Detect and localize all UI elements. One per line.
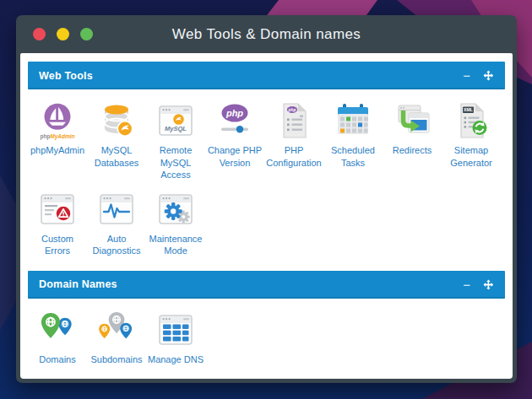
tool-remote-mysql-access[interactable]: MySQL Remote MySQL Access [146, 100, 205, 181]
maintenance-mode-icon [155, 188, 197, 230]
domain-names-row: Domains [28, 299, 505, 368]
app-window: Web Tools & Domain names Web Tools − [16, 15, 517, 383]
tool-label: Scheduled Tasks [324, 144, 382, 169]
php-configuration-icon: php [273, 100, 315, 142]
tool-label: PHP Configuration [265, 144, 323, 169]
sitemap-generator-icon: XML [450, 100, 492, 142]
section-web-tools: Web Tools − [28, 62, 505, 259]
tool-label: Redirects [393, 144, 432, 157]
section-title: Web Tools [39, 70, 93, 82]
tool-label: Custom Errors [29, 233, 86, 257]
auto-diagnostics-icon [95, 188, 138, 230]
tool-label: Remote MySQL Access [147, 144, 204, 181]
traffic-lights [33, 15, 93, 53]
subdomains-icon [95, 309, 138, 351]
tool-label: Auto Diagnostics [88, 233, 145, 257]
window-titlebar: Web Tools & Domain names [16, 15, 517, 53]
minimize-button[interactable] [57, 28, 69, 40]
domains-icon [36, 309, 79, 351]
web-tools-row-1: phpMyAdmin phpMyAdmin [28, 89, 505, 183]
svg-text:php: php [225, 108, 243, 118]
move-icon[interactable] [483, 70, 494, 81]
svg-text:XML: XML [464, 107, 474, 112]
tool-label: Subdomains [90, 353, 142, 366]
phpmyadmin-icon: phpMyAdmin [36, 100, 79, 142]
web-tools-row-2: Custom Errors Auto Diagnostics [28, 183, 505, 259]
tool-label: Maintenance Mode [147, 233, 204, 257]
scheduled-tasks-icon [332, 100, 374, 142]
tool-maintenance-mode[interactable]: Maintenance Mode [146, 188, 205, 257]
redirects-icon [391, 100, 433, 142]
tool-mysql-databases[interactable]: MySQL Databases [87, 100, 146, 181]
tool-label: phpMyAdmin [30, 144, 84, 157]
remote-mysql-access-icon: MySQL [155, 100, 197, 142]
zoom-button[interactable] [80, 28, 93, 40]
tool-manage-dns[interactable]: Manage DNS [146, 309, 205, 366]
svg-text:php: php [288, 108, 296, 112]
tool-custom-errors[interactable]: Custom Errors [28, 188, 87, 257]
collapse-icon[interactable]: − [463, 278, 470, 291]
tool-label: Manage DNS [148, 353, 204, 366]
tool-change-php-version[interactable]: php Change PHP Version [205, 100, 264, 181]
section-domain-names: Domain Names − [28, 271, 505, 368]
tool-auto-diagnostics[interactable]: Auto Diagnostics [87, 188, 146, 257]
tool-phpmyadmin[interactable]: phpMyAdmin phpMyAdmin [28, 100, 87, 181]
change-php-version-icon: php [214, 100, 256, 142]
domain-names-header: Domain Names − [28, 271, 505, 299]
tool-label: Domains [39, 353, 75, 366]
tool-label: Sitemap Generator [442, 144, 500, 169]
custom-errors-icon [36, 188, 79, 230]
section-title: Domain Names [39, 278, 117, 290]
tool-php-configuration[interactable]: php PHP Configuration [264, 100, 323, 181]
manage-dns-icon [155, 309, 197, 351]
tool-redirects[interactable]: Redirects [383, 100, 442, 181]
mysql-databases-icon [95, 100, 138, 142]
close-button[interactable] [33, 28, 46, 40]
tool-label: MySQL Databases [88, 144, 145, 169]
tool-sitemap-generator[interactable]: XML Sitemap Generator [442, 100, 501, 181]
move-icon[interactable] [483, 279, 494, 290]
tool-subdomains[interactable]: Subdomains [87, 309, 146, 366]
tool-scheduled-tasks[interactable]: Scheduled Tasks [323, 100, 383, 181]
tool-domains[interactable]: Domains [28, 309, 87, 366]
panel-content: Web Tools − [20, 53, 513, 379]
web-tools-header: Web Tools − [28, 62, 505, 89]
svg-text:MySQL: MySQL [165, 125, 187, 132]
tool-label: Change PHP Version [206, 144, 263, 169]
collapse-icon[interactable]: − [463, 69, 470, 82]
